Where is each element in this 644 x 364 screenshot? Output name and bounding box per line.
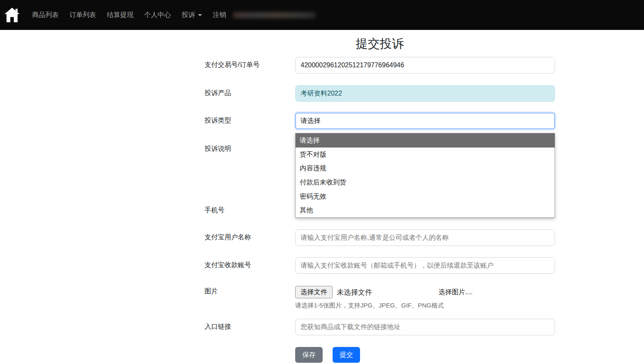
nav-item-complaint-label: 投诉 <box>182 11 195 18</box>
nav-item-logout[interactable]: 注销 <box>207 11 232 20</box>
nav-item-personal-center[interactable]: 个人中心 <box>139 11 176 20</box>
form-actions: 保存 提交 <box>295 347 555 363</box>
complaint-form: 支付交易号/订单号 投诉产品 考研资料2022 投诉类型 请选择 请选择 货不对… <box>205 57 555 363</box>
product-value: 考研资料2022 <box>301 89 342 98</box>
chevron-down-icon <box>198 14 202 16</box>
description-label: 投诉说明 <box>205 141 295 153</box>
phone-label: 手机号 <box>205 202 295 215</box>
entry-link-input[interactable] <box>295 319 555 335</box>
navbar: 商品列表 订单列表 结算提现 个人中心 投诉 注销 <box>0 0 644 30</box>
house-icon <box>4 7 20 23</box>
order-no-label: 支付交易号/订单号 <box>205 57 295 69</box>
form-row-alipay-name: 支付宝用户名称 <box>205 229 555 246</box>
user-email-redacted <box>233 12 316 18</box>
image-label: 图片 <box>205 283 295 296</box>
type-option[interactable]: 内容违规 <box>296 161 555 175</box>
nav-item-complaint-dropdown[interactable]: 投诉 <box>176 11 207 20</box>
product-readonly-field: 考研资料2022 <box>295 85 555 102</box>
type-select-dropdown: 请选择 货不对版 内容违规 付款后未收到货 密码无效 其他 <box>295 133 555 218</box>
type-option[interactable]: 付款后未收到货 <box>296 175 555 189</box>
form-row-order-no: 支付交易号/订单号 <box>205 57 555 74</box>
type-select-value: 请选择 <box>301 117 321 125</box>
type-label: 投诉类型 <box>205 113 295 125</box>
alipay-account-label: 支付宝收款账号 <box>205 257 295 270</box>
form-row-product: 投诉产品 考研资料2022 <box>205 85 555 102</box>
image-help-text: 请选择1-5张图片，支持JPG、JPEG、GIF、PNG格式 <box>295 302 555 311</box>
entry-link-label: 入口链接 <box>205 319 295 331</box>
order-no-input[interactable] <box>295 57 555 74</box>
alipay-name-label: 支付宝用户名称 <box>205 229 295 242</box>
alipay-account-input[interactable] <box>295 257 555 274</box>
nav-item-settlement[interactable]: 结算提现 <box>101 11 139 20</box>
type-option[interactable]: 货不对版 <box>296 148 555 162</box>
page-title: 提交投诉 <box>205 36 555 52</box>
form-row-type: 投诉类型 请选择 请选择 货不对版 内容违规 付款后未收到货 密码无效 其他 <box>205 113 555 129</box>
type-option[interactable]: 其他 <box>296 203 555 217</box>
choose-image-text: 选择图片.... <box>439 288 473 297</box>
form-row-alipay-account: 支付宝收款账号 <box>205 257 555 274</box>
type-option[interactable]: 密码无效 <box>296 189 555 204</box>
type-select[interactable]: 请选择 <box>295 113 555 129</box>
form-row-entry-link: 入口链接 <box>205 319 555 335</box>
choose-file-button[interactable]: 选择文件 <box>295 286 333 298</box>
nav-item-order-list[interactable]: 订单列表 <box>64 11 101 20</box>
nav-item-product-list[interactable]: 商品列表 <box>27 11 64 20</box>
product-label: 投诉产品 <box>205 85 295 98</box>
form-row-image: 图片 选择文件 未选择文件 选择图片.... 请选择1-5张图片，支持JPG、J… <box>205 283 555 311</box>
save-button[interactable]: 保存 <box>295 347 323 363</box>
alipay-name-input[interactable] <box>295 229 555 246</box>
submit-button[interactable]: 提交 <box>333 347 360 363</box>
home-icon[interactable] <box>2 5 22 25</box>
type-option[interactable]: 请选择 <box>296 133 555 148</box>
file-status-text: 未选择文件 <box>337 288 372 297</box>
